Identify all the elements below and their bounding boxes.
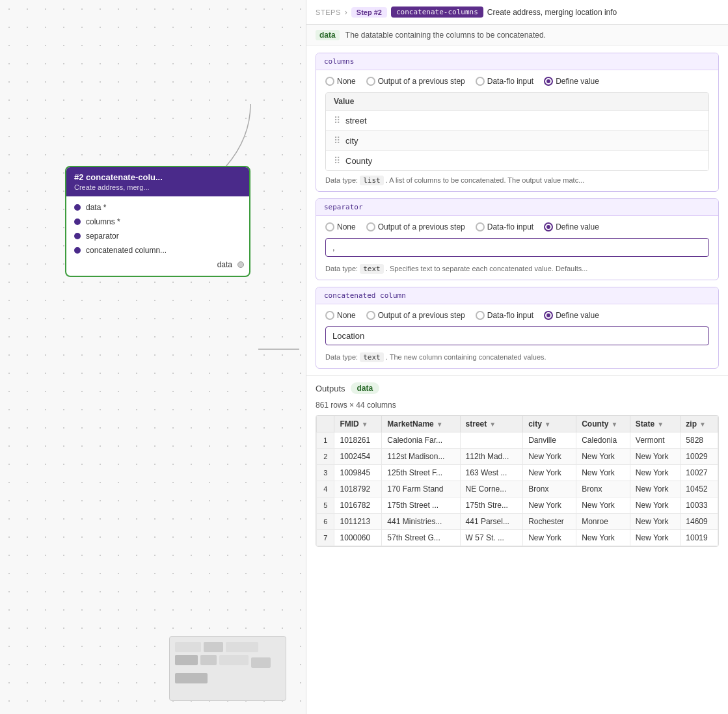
sep-radio-circle-none [325, 222, 334, 231]
concat-radio-previous[interactable]: Output of a previous step [366, 311, 465, 320]
th-state[interactable]: State ▼ [630, 416, 680, 432]
node-card[interactable]: #2 concatenate-colu... Create address, m… [65, 166, 250, 277]
value-city: city [345, 136, 358, 146]
separator-input[interactable] [325, 238, 709, 257]
radio-circle-previous [366, 77, 375, 86]
filter-icon-county: ▼ [612, 421, 618, 428]
table-cell: 112th Mad... [460, 449, 523, 465]
table-cell: Bronx [523, 481, 576, 497]
port-dot-concat [74, 247, 81, 254]
row-num-cell: 4 [317, 481, 334, 497]
sep-radio-circle-previous [366, 222, 375, 231]
node-body: data * columns * separator concatenated … [66, 196, 249, 276]
row-num-cell: 1 [317, 432, 334, 449]
value-row-county[interactable]: ⠿ County [326, 151, 708, 170]
th-county[interactable]: County ▼ [576, 416, 630, 432]
outputs-label: Outputs [316, 384, 345, 393]
columns-section-header: columns [316, 53, 718, 70]
sep-radio-previous[interactable]: Output of a previous step [366, 222, 465, 231]
filter-icon-zip: ▼ [699, 421, 706, 428]
table-row: 7100006057th Street G...W 57 St. ...New … [317, 530, 718, 546]
chevron-icon: › [345, 8, 347, 17]
concat-radio-define[interactable]: Define value [544, 311, 599, 320]
table-cell: 163 West ... [460, 465, 523, 481]
table-cell: New York [630, 449, 680, 465]
steps-label: STEPS [316, 8, 341, 16]
table-cell: 175th Street ... [382, 497, 460, 514]
table-cell: 10029 [681, 449, 718, 465]
data-tag: data [316, 30, 340, 40]
data-table: FMID ▼ MarketName ▼ stre [316, 416, 718, 546]
concat-radio-circle-define [544, 311, 553, 320]
table-cell: 57th Street G... [382, 530, 460, 546]
node-header: #2 concatenate-colu... Create address, m… [66, 167, 249, 196]
concat-type-code: text [360, 352, 384, 362]
output-badge: data [351, 382, 380, 394]
table-cell: 10452 [681, 481, 718, 497]
concat-column-input[interactable] [325, 326, 709, 345]
outputs-section: Outputs data 861 rows × 44 columns FMID … [306, 375, 728, 553]
columns-section: columns None Output of a previous step D… [316, 53, 719, 192]
th-street[interactable]: street ▼ [460, 416, 523, 432]
columns-radio-define[interactable]: Define value [544, 77, 599, 86]
port-dot-data [74, 204, 81, 211]
th-city[interactable]: city ▼ [523, 416, 576, 432]
th-fmid[interactable]: FMID ▼ [334, 416, 382, 432]
table-cell: 1018261 [334, 432, 382, 449]
table-cell: Caledonia Far... [382, 432, 460, 449]
th-marketname[interactable]: MarketName ▼ [382, 416, 460, 432]
separator-section-body: None Output of a previous step Data-flo … [316, 216, 718, 280]
concat-data-type-note: Data type: text . The new column contain… [325, 353, 709, 362]
th-zip[interactable]: zip ▼ [681, 416, 718, 432]
concat-column-section-header: concatenated column [316, 287, 718, 304]
table-cell: 125th Street F... [382, 465, 460, 481]
concat-radio-circle-dataflo [476, 311, 485, 320]
table-cell: New York [523, 530, 576, 546]
radio-circle-none [325, 77, 334, 86]
filter-icon-street: ▼ [489, 421, 496, 428]
data-info-bar: data The datatable containing the column… [306, 25, 728, 46]
port-separator: separator [66, 229, 249, 243]
sep-radio-dataflo[interactable]: Data-flo input [476, 222, 533, 231]
columns-data-type-note: Data type: list . A list of columns to b… [325, 176, 709, 185]
table-cell: 14609 [681, 514, 718, 530]
concat-radio-group: None Output of a previous step Data-flo … [325, 311, 709, 320]
columns-section-body: None Output of a previous step Data-flo … [316, 70, 718, 191]
table-cell: 5828 [681, 432, 718, 449]
concat-radio-none[interactable]: None [325, 311, 356, 320]
concat-column-section-body: None Output of a previous step Data-flo … [316, 304, 718, 368]
table-cell: 175th Stre... [460, 497, 523, 514]
table-row: 11018261Caledonia Far...DanvilleCaledoni… [317, 432, 718, 449]
step-badge: Step #2 [351, 7, 387, 18]
table-cell: New York [630, 514, 680, 530]
sep-radio-define[interactable]: Define value [544, 222, 599, 231]
th-row-num [317, 416, 334, 432]
table-cell: 1011213 [334, 514, 382, 530]
sep-radio-none[interactable]: None [325, 222, 356, 231]
table-cell: 170 Farm Stand [382, 481, 460, 497]
port-concat: concatenated column... [66, 243, 249, 258]
table-cell: New York [576, 449, 630, 465]
concat-radio-dataflo[interactable]: Data-flo input [476, 311, 533, 320]
table-cell: New York [576, 465, 630, 481]
columns-radio-dataflo[interactable]: Data-flo input [476, 77, 533, 86]
filter-icon-state: ▼ [657, 421, 664, 428]
table-cell: Vermont [630, 432, 680, 449]
value-row-city[interactable]: ⠿ city [326, 131, 708, 151]
table-cell: W 57 St. ... [460, 530, 523, 546]
row-num-cell: 2 [317, 449, 334, 465]
table-cell: New York [523, 449, 576, 465]
outputs-header: Outputs data [316, 382, 719, 394]
table-row: 51016782175th Street ...175th Stre...New… [317, 497, 718, 514]
value-row-street[interactable]: ⠿ street [326, 111, 708, 131]
table-cell: 1009845 [334, 465, 382, 481]
filter-icon-marketname: ▼ [437, 421, 443, 428]
value-county: County [345, 156, 372, 166]
row-num-cell: 6 [317, 514, 334, 530]
columns-radio-none[interactable]: None [325, 77, 356, 86]
steps-header: STEPS › Step #2 concatenate-columns Crea… [306, 0, 728, 25]
drag-handle-street: ⠿ [334, 115, 340, 126]
table-cell: 441 Ministries... [382, 514, 460, 530]
filter-icon-city: ▼ [545, 421, 551, 428]
columns-radio-previous[interactable]: Output of a previous step [366, 77, 465, 86]
